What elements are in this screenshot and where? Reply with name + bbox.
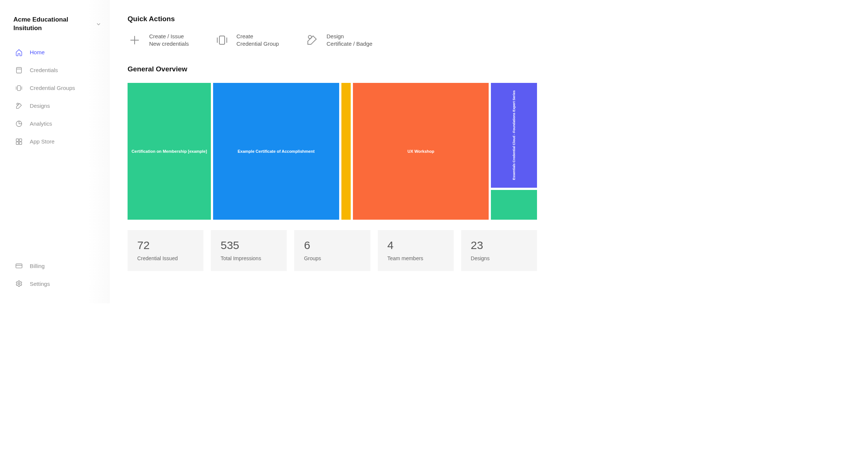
sidebar-item-label: Billing [30, 263, 45, 269]
stat-label: Groups [304, 255, 360, 261]
treemap-label: Essentials Credential Cloud - Foundation… [512, 90, 516, 180]
treemap-chart: Certification on Membership [example] Ex… [128, 83, 537, 220]
svg-rect-14 [219, 36, 225, 45]
treemap-label: Certification on Membership [example] [132, 149, 207, 154]
quick-action-design[interactable]: Design Certificate / Badge [305, 33, 372, 48]
treemap-block[interactable]: Essentials Credential Cloud - Foundation… [491, 83, 537, 188]
stat-label: Credential Issued [137, 255, 194, 261]
sidebar-nav: Home Credentials Credential Groups Desig… [13, 44, 102, 150]
sidebar-item-home[interactable]: Home [13, 44, 102, 61]
svg-rect-2 [17, 85, 20, 90]
stat-card-impressions: 535 Total Impressions [211, 230, 287, 271]
svg-point-11 [18, 283, 20, 285]
quick-actions: Create / Issue New credentials Create Cr… [128, 33, 537, 48]
quick-action-create-group[interactable]: Create Credential Group [215, 33, 279, 48]
quick-action-text: Design Certificate / Badge [327, 33, 372, 48]
sidebar-item-billing[interactable]: Billing [13, 257, 102, 274]
treemap-block[interactable] [491, 190, 537, 220]
sidebar: Acme Educational Insitution Home Credent… [0, 0, 110, 303]
plus-icon [128, 33, 142, 47]
treemap-block[interactable]: UX Workshop [353, 83, 489, 220]
treemap-block[interactable]: Certification on Membership [example] [128, 83, 211, 220]
org-name: Acme Educational Insitution [13, 16, 84, 33]
sidebar-bottom: Billing Settings [13, 257, 102, 292]
stat-value: 4 [388, 239, 444, 252]
credentials-icon [15, 66, 23, 74]
stats-row: 72 Credential Issued 535 Total Impressio… [128, 230, 537, 271]
quick-action-line2: Certificate / Badge [327, 40, 372, 48]
sidebar-item-label: Analytics [30, 120, 52, 127]
appstore-icon [15, 138, 23, 146]
svg-rect-7 [16, 142, 19, 145]
billing-icon [15, 262, 23, 270]
stat-card-designs: 23 Designs [461, 230, 537, 271]
design-icon [305, 33, 319, 47]
stat-value: 6 [304, 239, 360, 252]
svg-rect-5 [16, 139, 19, 141]
group-icon [15, 84, 23, 92]
treemap-block[interactable]: Example Certificate of Accomplishment [213, 83, 339, 220]
sidebar-item-appstore[interactable]: App Store [13, 133, 102, 150]
svg-rect-6 [19, 139, 22, 141]
analytics-icon [15, 120, 23, 128]
quick-actions-title: Quick Actions [128, 15, 537, 23]
stat-value: 535 [221, 239, 277, 252]
treemap-block[interactable] [341, 83, 351, 220]
quick-action-line2: New credentials [149, 40, 189, 48]
sidebar-item-label: Credential Groups [30, 85, 75, 91]
sidebar-item-label: Home [30, 49, 45, 55]
stat-card-team-members: 4 Team members [378, 230, 454, 271]
svg-rect-8 [19, 142, 22, 145]
stat-value: 23 [471, 239, 527, 252]
treemap-label: Example Certificate of Accomplishment [238, 149, 315, 154]
chevron-down-icon [96, 21, 102, 27]
svg-rect-9 [16, 264, 22, 268]
stat-card-groups: 6 Groups [294, 230, 370, 271]
home-icon [15, 48, 23, 56]
stat-label: Team members [388, 255, 444, 261]
svg-rect-0 [16, 67, 21, 73]
sidebar-item-label: App Store [30, 138, 55, 145]
quick-action-line2: Credential Group [237, 40, 279, 48]
sidebar-item-label: Credentials [30, 67, 58, 73]
settings-icon [15, 280, 23, 288]
sidebar-item-designs[interactable]: Designs [13, 97, 102, 114]
org-selector[interactable]: Acme Educational Insitution [13, 16, 102, 33]
treemap-label: UX Workshop [408, 149, 434, 154]
quick-action-text: Create Credential Group [237, 33, 279, 48]
overview-title: General Overview [128, 65, 537, 73]
treemap-stack: Essentials Credential Cloud - Foundation… [491, 83, 537, 220]
stat-label: Total Impressions [221, 255, 277, 261]
quick-action-line1: Design [327, 33, 372, 40]
design-icon [15, 102, 23, 110]
quick-action-line1: Create [237, 33, 279, 40]
sidebar-item-settings[interactable]: Settings [13, 275, 102, 292]
stat-label: Designs [471, 255, 527, 261]
stat-value: 72 [137, 239, 194, 252]
group-icon [215, 33, 229, 47]
sidebar-item-label: Settings [30, 281, 50, 287]
quick-action-create-issue[interactable]: Create / Issue New credentials [128, 33, 189, 48]
stat-card-credentials-issued: 72 Credential Issued [128, 230, 203, 271]
quick-action-line1: Create / Issue [149, 33, 189, 40]
main-content: Quick Actions Create / Issue New credent… [110, 0, 550, 303]
sidebar-item-credential-groups[interactable]: Credential Groups [13, 80, 102, 97]
sidebar-item-credentials[interactable]: Credentials [13, 62, 102, 79]
sidebar-item-label: Designs [30, 103, 50, 109]
quick-action-text: Create / Issue New credentials [149, 33, 189, 48]
sidebar-item-analytics[interactable]: Analytics [13, 115, 102, 132]
